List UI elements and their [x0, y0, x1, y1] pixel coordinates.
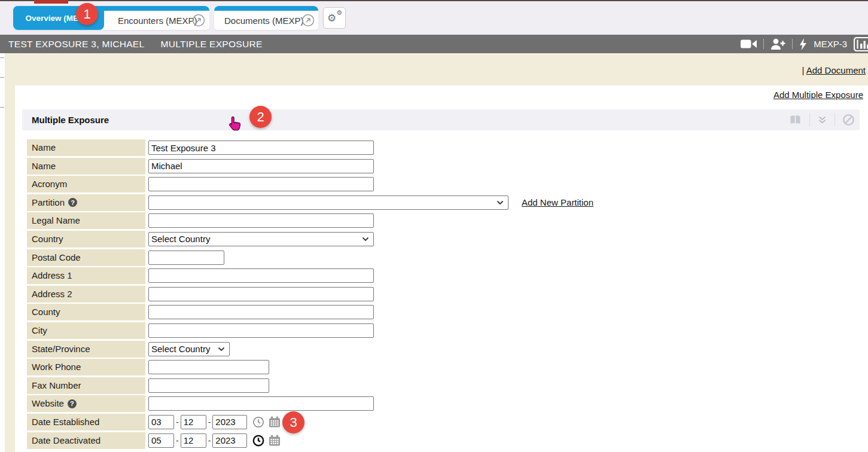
annotation-badge-1: 1	[76, 3, 98, 25]
tab-group-overview-encounters: Overview (MEXP) Encounters (MEXP)	[13, 6, 209, 30]
field-label-text: Name	[32, 139, 56, 156]
tab-encounters[interactable]: Encounters (MEXP)	[104, 11, 197, 30]
field-label-work-phone: Work Phone	[27, 359, 145, 375]
help-icon[interactable]: ?	[68, 198, 77, 207]
field-label-text: Name	[32, 158, 56, 175]
link-separator: |	[802, 65, 805, 75]
form-row-website: Website?	[27, 395, 593, 412]
field-cell-address-1	[148, 268, 374, 283]
gear-small-icon: ⚙︎	[336, 10, 342, 16]
add-new-partition-link[interactable]: Add New Partition	[522, 197, 593, 207]
tab-documents[interactable]: Documents (MEXP)	[214, 11, 304, 30]
select-country[interactable]: Select Country	[148, 232, 374, 246]
field-cell-postal-code	[148, 251, 224, 265]
field-label-legal-name: Legal Name	[27, 212, 145, 229]
clock-icon[interactable]	[252, 435, 264, 447]
calendar-icon[interactable]	[269, 435, 281, 446]
field-label-country: Country	[27, 231, 145, 248]
form-row-country: CountrySelect Country	[27, 231, 593, 248]
form-row-name: Name	[27, 139, 593, 156]
input-name[interactable]	[148, 141, 374, 155]
journal-icon[interactable]	[788, 114, 802, 126]
field-cell-partition: Add New Partition	[148, 196, 593, 210]
tab-group-accent	[214, 6, 318, 11]
section-toolbar	[788, 109, 855, 130]
field-label-county: County	[27, 304, 145, 320]
add-multiple-exposure-link[interactable]: Add Multiple Exposure	[773, 90, 863, 100]
form-row-county: County	[27, 304, 593, 320]
input-website[interactable]	[148, 396, 374, 411]
left-edge-strip	[0, 53, 5, 452]
field-label-name: Name	[27, 139, 145, 156]
form-row-postal-code: Postal Code	[27, 249, 593, 266]
input-address-1[interactable]	[148, 268, 374, 283]
add-multiple-exposure-row: Add Multiple Exposure	[773, 90, 863, 100]
gear-icon: ⚙︎	[327, 13, 336, 23]
edge-tick	[0, 77, 4, 78]
field-label-state-province: State/Province	[27, 341, 145, 358]
tab-settings-button[interactable]: ⚙︎ ⚙︎	[323, 7, 346, 29]
calendar-icon[interactable]	[269, 416, 281, 427]
field-label-postal-code: Postal Code	[27, 249, 145, 266]
lightning-icon[interactable]	[799, 38, 807, 50]
input-acronym[interactable]	[148, 177, 374, 191]
input-date-established-year[interactable]	[212, 415, 247, 429]
clock-icon[interactable]	[252, 416, 264, 428]
browser-tab-fragment	[34, 0, 68, 4]
tab-group-documents: Documents (MEXP)	[214, 6, 318, 30]
annotation-badge-2: 2	[249, 106, 272, 128]
form-row-state-province: State/ProvinceSelect Country	[27, 341, 593, 358]
collapse-double-chevron-icon[interactable]	[817, 115, 827, 125]
input-work-phone[interactable]	[148, 360, 269, 374]
input-legal-name[interactable]	[148, 213, 374, 228]
input-date-deactivated-day[interactable]	[181, 433, 206, 448]
chevron-down-icon	[497, 200, 504, 205]
header-toolbar: MEXP-3	[741, 35, 868, 53]
record-id: MEXP-3	[814, 39, 847, 49]
input-name[interactable]	[148, 159, 374, 173]
field-label-text: Postal Code	[32, 249, 81, 266]
flowsheet-chart-icon[interactable]	[854, 37, 868, 51]
field-cell-acronym	[148, 177, 374, 191]
video-camera-icon[interactable]	[741, 39, 757, 49]
input-date-established-day[interactable]	[181, 415, 206, 429]
field-label-text: Date Deactivated	[32, 432, 100, 449]
form-row-address-1: Address 1	[27, 267, 593, 284]
input-date-deactivated-month[interactable]	[148, 433, 174, 448]
input-address-2[interactable]	[148, 287, 374, 301]
add-document-link[interactable]: Add Document	[806, 65, 866, 75]
input-date-established-month[interactable]	[148, 415, 174, 429]
field-label-address-1: Address 1	[27, 267, 145, 284]
input-city[interactable]	[148, 323, 374, 338]
help-icon[interactable]: ?	[68, 399, 77, 408]
disable-circle-slash-icon[interactable]	[842, 114, 855, 126]
select-partition[interactable]	[148, 196, 508, 210]
form-row-partition: Partition?Add New Partition	[27, 194, 593, 211]
window-top-edge	[0, 0, 868, 1]
chevron-down-icon	[362, 237, 369, 242]
input-county[interactable]	[148, 305, 374, 319]
field-cell-website	[148, 396, 374, 411]
toolbar-divider	[763, 39, 764, 49]
add-document-row: | Add Document	[802, 65, 866, 75]
add-person-icon[interactable]	[770, 38, 785, 50]
open-in-new-window-icon[interactable]	[301, 14, 315, 27]
input-date-deactivated-year[interactable]	[212, 433, 247, 448]
patient-header-bar: TEST EXPOSURE 3, MICHAEL MULTIPLE EXPOSU…	[0, 35, 868, 53]
edge-tick	[0, 57, 4, 58]
field-label-text: Acronym	[32, 176, 67, 193]
input-postal-code[interactable]	[148, 251, 224, 265]
field-label-address-2: Address 2	[27, 286, 145, 303]
record-type: MULTIPLE EXPOSURE	[160, 39, 262, 50]
app-window: Overview (MEXP) Encounters (MEXP) Docume…	[0, 0, 868, 452]
field-label-text: City	[32, 322, 47, 339]
chevron-down-icon	[218, 347, 225, 352]
date-separator: -	[208, 417, 211, 427]
open-in-new-window-icon[interactable]	[192, 14, 205, 27]
field-label-text: Address 2	[32, 286, 72, 303]
date-separator: -	[208, 436, 211, 445]
input-fax-number[interactable]	[148, 378, 269, 393]
select-state-province[interactable]: Select Country	[148, 342, 230, 356]
field-cell-state-province: Select Country	[148, 342, 230, 356]
form-row-city: City	[27, 322, 593, 339]
